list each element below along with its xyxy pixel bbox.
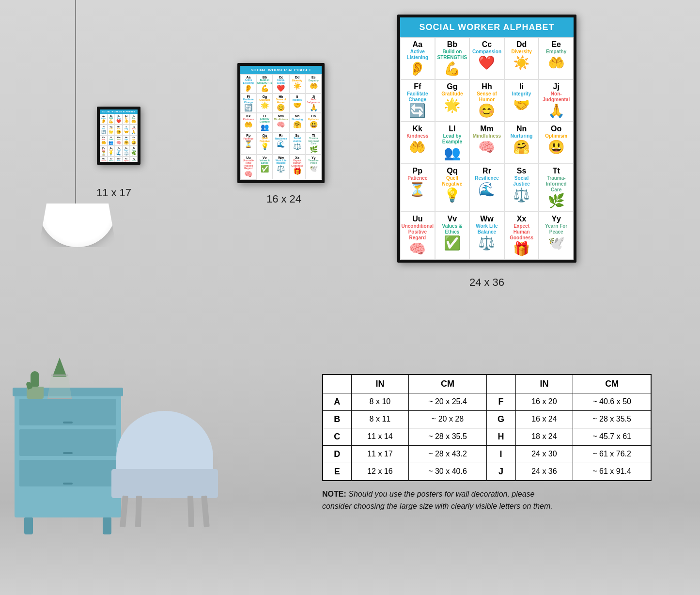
cell-ii-sm: IiInteg🤝 [123,125,130,135]
cell-nn-md: NnNurturing🤗 [289,113,306,132]
geometric-pot [47,375,72,399]
dresser-handle-3 [63,483,73,485]
cell-bb-md: BbBuild onSTRENGTHS💪 [257,74,273,94]
poster-large-grid: AaActiveListening👂 BbBuild onSTRENGTHS💪 … [400,37,574,260]
dresser-leg-left [24,517,33,534]
cell-tt-sm: TtTraum🌿 [130,146,138,157]
dresser-handle-1 [63,422,73,423]
poster-small-grid: AaActive👂 BbBuild💪 CcComp❤️ DdDiv☀️ EeEm… [100,114,138,162]
row-i-cm: ~ 61 x 76.2 [573,445,651,463]
cell-oo-sm: OoOpt😃 [130,135,138,146]
cell-tt-lg: TtTrauma-InformedCare🌿 [539,164,574,212]
row-c-in: 11 x 14 [351,428,409,445]
size-label-small: 11 x 17 [80,187,148,199]
poster-small-header: SOCIAL WORKER ALPHABET [100,110,138,114]
plants [27,360,72,399]
cell-uu-lg: UuUnconditionalPositiveRegard🧠 [400,212,435,260]
row-b-in: 8 x 11 [351,410,409,428]
table-header-empty1 [323,375,351,393]
cell-vv-lg: VvValues &Ethics✅ [435,212,470,260]
cell-ll-md: LlLead byExample👥 [257,113,273,132]
cell-mm-lg: MmMindfulness🧠 [469,122,504,164]
row-j-cm: ~ 61 x 91.4 [573,463,651,481]
table-row: C 11 x 14 ~ 28 x 35.5 H 18 x 24 ~ 45.7 x… [323,428,651,445]
cell-jj-sm: JjNon-J🙏 [130,125,138,135]
cell-cc-lg: CcCompassion❤️ [469,37,504,79]
cell-xx-md: XxExpectHumanGoodness🎁 [289,155,306,179]
cell-mm-sm: MmMind🧠 [115,135,123,146]
cell-rr-md: RrResilience🌊 [273,132,289,155]
cell-jj-md: JjNon-Judgmental🙏 [305,94,322,113]
poster-small-inner: SOCIAL WORKER ALPHABET AaActive👂 BbBuild… [100,110,138,162]
cell-oo-lg: OoOptimism😃 [539,122,574,164]
cell-vv-sm: VvValues✅ [108,157,115,162]
cell-ss-sm: SsSoc J⚖️ [123,146,130,157]
table-row: A 8 x 10 ~ 20 x 25.4 F 16 x 20 ~ 40.6 x … [323,393,651,410]
dresser-drawer-2 [19,429,116,456]
cell-ss-lg: SsSocial Justice⚖️ [504,164,539,212]
size-label-medium: 16 x 24 [237,193,330,205]
cell-hh-lg: HhSense ofHumor😊 [469,79,504,122]
cell-dd-md: DdDiversity☀️ [289,74,306,94]
cell-tt-md: TtTraumaInformedCare🌿 [305,132,322,155]
cell-pp-md: PpPatience⏳ [240,132,257,155]
row-a-label: A [323,393,351,410]
cell-mm-md: MmMindfulness🧠 [273,113,289,132]
cell-nn-lg: NnNurturing🤗 [504,122,539,164]
cell-pp-lg: PpPatience⏳ [400,164,435,212]
row-j-in: 24 x 36 [515,463,573,481]
table-header-cm1: CM [409,375,486,393]
cell-dd-lg: DdDiversity☀️ [504,37,539,79]
cell-gg-md: GgGratitude🌟 [257,94,273,113]
cactus-plant [27,362,44,399]
dresser-leg-right [103,517,111,534]
row-e-label: E [323,463,351,481]
cell-gg-sm: GgGrat🌟 [108,125,115,135]
table-header-empty2 [486,375,515,393]
cell-gg-lg: GgGratitude🌟 [435,79,470,122]
cell-pp-sm: PpPati⏳ [100,146,108,157]
size-label-large: 24 x 36 [426,276,547,289]
cell-qq-sm: QqQuell💡 [108,146,115,157]
row-d-in: 11 x 17 [351,445,409,463]
cell-ff-md: FfFacilitateChange🔄 [240,94,257,113]
row-a-cm: ~ 20 x 25.4 [409,393,486,410]
cell-qq-md: QqQuellNegative💡 [257,132,273,155]
poster-large: SOCIAL WORKER ALPHABET AaActiveListening… [397,15,576,263]
cell-cc-md: CcComp-assion❤️ [273,74,289,94]
row-f-label: F [486,393,515,410]
cell-uu-sm: UuUncond🧠 [100,157,108,162]
table-header-in2: IN [515,375,573,393]
cell-nn-sm: NnNurt🤗 [123,135,130,146]
cell-jj-lg: JjNon-Judgmental🙏 [539,79,574,122]
cell-dd-sm: DdDiv☀️ [123,114,130,125]
cell-ii-md: IiIntegrity🤝 [289,94,306,113]
row-a-in: 8 x 10 [351,393,409,410]
table-row: B 8 x 11 ~ 20 x 28 G 16 x 24 ~ 28 x 35.5 [323,410,651,428]
row-h-label: H [486,428,515,445]
row-g-cm: ~ 28 x 35.5 [573,410,651,428]
cell-yy-sm: YyYearn🕊️ [130,157,138,162]
cell-ll-sm: LlLead👥 [108,135,115,146]
cell-kk-md: KkKindness🤲 [240,113,257,132]
cell-vv-md: VvValues &Ethics✅ [257,155,273,179]
cell-ii-lg: IiIntegrity🤝 [504,79,539,122]
cell-ff-lg: FfFacilitateChange🔄 [400,79,435,122]
row-b-label: B [323,410,351,428]
cell-ll-lg: LlLead byExample👥 [435,122,470,164]
cell-bb-sm: BbBuild💪 [108,114,115,125]
geometric-plant [47,360,72,399]
poster-large-inner: SOCIAL WORKER ALPHABET AaActiveListening… [400,17,574,260]
row-i-in: 24 x 30 [515,445,573,463]
size-table: IN CM IN CM A 8 x 10 ~ 20 x 25.4 F 16 x … [322,374,652,481]
row-h-cm: ~ 45.7 x 61 [573,428,651,445]
poster-medium-header: SOCIAL WORKER ALPHABET [240,66,322,74]
cell-hh-md: HhSense ofHumor😊 [273,94,289,113]
chair-seat [111,469,218,498]
poster-small: SOCIAL WORKER ALPHABET AaActive👂 BbBuild… [97,107,140,165]
poster-medium-inner: SOCIAL WORKER ALPHABET AaActiveListening… [240,66,322,180]
cell-xx-lg: XxExpectHumanGoodness🎁 [504,212,539,260]
cell-bb-lg: BbBuild onSTRENGTHS💪 [435,37,470,79]
cell-cc-sm: CcComp❤️ [115,114,123,125]
poster-medium-grid: AaActiveListening👂 BbBuild onSTRENGTHS💪 … [240,74,322,180]
